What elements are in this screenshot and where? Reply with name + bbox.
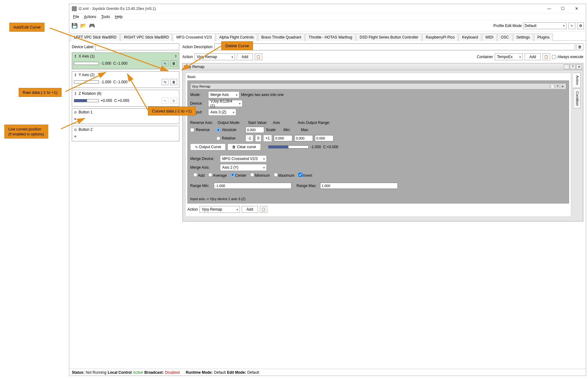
device-label-input[interactable] <box>95 43 179 50</box>
local-control-value: Active <box>133 370 143 375</box>
close-container-button[interactable]: ✕ <box>576 64 582 69</box>
reverse-checkbox-label[interactable]: Reverse <box>190 128 214 132</box>
profile-mode-select[interactable]: Default <box>523 22 567 29</box>
annotation-raw-data: Raw data (-1 to +1) <box>19 88 62 97</box>
op-center-radio[interactable]: Center <box>231 173 246 178</box>
gamepad-icon[interactable]: 🎮 <box>89 22 95 29</box>
annotation-live-l2: (if enabled in options) <box>8 132 44 136</box>
action-select[interactable]: Vjoy Remap <box>195 53 235 60</box>
axis-raw-value: -1.000 C:-1.000 <box>101 61 127 66</box>
tab-settings[interactable]: Settings <box>513 34 533 41</box>
paste-action-button[interactable]: 📋 <box>255 53 262 60</box>
settings-gear-icon[interactable]: ⚙ <box>577 22 584 29</box>
container-select[interactable]: TempoEx <box>495 53 523 60</box>
sidetab-condition[interactable]: Condition <box>573 89 581 108</box>
menu-tools[interactable]: Tools <box>99 14 113 20</box>
menu-file[interactable]: File <box>71 14 81 20</box>
minus1-button[interactable]: -1 <box>246 135 253 142</box>
tab-osc[interactable]: OSC <box>498 34 512 41</box>
op-average-radio[interactable]: Average <box>208 173 227 178</box>
axis-bar <box>74 99 99 102</box>
reverse-checkbox[interactable] <box>190 128 194 132</box>
menu-actions[interactable]: Actions <box>81 14 99 20</box>
plus1-button[interactable]: +1 <box>263 135 272 142</box>
export-icon[interactable]: ⇪ <box>174 54 177 58</box>
range-max-input[interactable] <box>320 183 398 189</box>
close-action-button[interactable]: ✕ <box>560 85 565 88</box>
status-label: Status: <box>72 370 85 375</box>
relative-radio[interactable] <box>216 136 220 140</box>
op-maximum-radio[interactable]: Maximum <box>274 173 295 178</box>
inner-action-select[interactable]: Vjoy Remap <box>200 206 240 213</box>
add-action-button[interactable]: Add <box>237 53 253 60</box>
axis-icon: ↥ <box>74 54 77 58</box>
tab-midi[interactable]: MIDI <box>482 34 497 41</box>
max-input[interactable] <box>315 135 333 141</box>
merge-device-label: Merge Device: <box>190 157 218 161</box>
zero-button[interactable]: 0 <box>255 135 262 142</box>
scale-label: Scale: <box>266 128 282 132</box>
start-value-input[interactable] <box>246 127 264 133</box>
curve-edit-button[interactable]: ∿ <box>162 98 168 104</box>
always-execute-checkbox[interactable] <box>552 55 556 59</box>
tab-plugins[interactable]: Plugins <box>534 34 553 41</box>
container-title: Vjoy Remap <box>184 65 563 69</box>
titlebar: t2.xml - Joystick Gremlin Ex 13.40.15ex … <box>69 4 586 13</box>
help-container-button[interactable]: ? <box>570 64 576 69</box>
curve-edit-button[interactable]: ∿ <box>162 79 168 85</box>
curve-edit-button[interactable]: ∿ <box>162 60 168 66</box>
mode-select[interactable]: Merge Axis <box>208 91 239 98</box>
profile-edit-mode-label: Profile Edit Mode <box>494 24 522 28</box>
close-button[interactable]: ✕ <box>570 4 583 13</box>
clear-curve-button[interactable]: 🗑Clear curve <box>227 144 260 150</box>
range-min-input[interactable] <box>214 183 292 189</box>
scale-input[interactable] <box>274 135 292 141</box>
tab-pico[interactable]: RaspberryPi Pico <box>422 34 458 41</box>
paste-container-button[interactable]: 📋 <box>543 53 550 60</box>
axis-icon: ↥ <box>74 92 77 96</box>
op-invert-checkbox[interactable]: Invert <box>298 173 312 178</box>
add-container-button[interactable]: Add <box>525 53 540 60</box>
op-minimum-radio[interactable]: Minimum <box>250 173 270 178</box>
save-icon[interactable]: 💾 <box>71 22 78 29</box>
input-y-axis: ↥ Y Axis (2) -1.000 C:-1.000 ∿ 🗑 <box>72 71 179 88</box>
tab-dsd[interactable]: DSD Flight Series Button Controller <box>356 34 422 41</box>
action-panel-title: Vjoy Remap <box>192 84 550 88</box>
merge-axis-select[interactable]: Axis 2 (Y) <box>220 164 267 171</box>
tab-mfg-crosswind[interactable]: MFG Crosswind V2/3 <box>173 34 215 41</box>
device-select[interactable]: VJoy 8/128/4 (1) <box>208 100 242 107</box>
action-desc-delete-button[interactable]: 🗑 <box>577 43 583 50</box>
open-icon[interactable]: 📂 <box>80 22 87 29</box>
absolute-radio[interactable] <box>216 128 220 132</box>
absolute-radio-label[interactable]: Absolute <box>216 128 244 132</box>
tab-bravo[interactable]: Bravo Throttle Quadrant <box>258 34 305 41</box>
inner-add-button[interactable]: Add <box>242 206 258 213</box>
help-action-button[interactable]: ? <box>555 85 560 88</box>
output-curve-button[interactable]: ∿Output Curve <box>190 144 226 150</box>
copy-action-button[interactable]: 📄 <box>550 85 555 88</box>
curve-delete-button[interactable]: 🗑 <box>170 60 177 66</box>
tab-left-vpc[interactable]: LEFT VPC Stick WarBRD <box>71 34 120 41</box>
inner-paste-button[interactable]: 📋 <box>260 206 267 213</box>
copy-container-button[interactable]: 📄 <box>564 64 569 69</box>
mode-tree-button[interactable]: ⤷ <box>568 22 575 29</box>
tab-right-vpc[interactable]: RIGHT VPC Stick WarBRD <box>121 34 172 41</box>
sidetab-action[interactable]: Action <box>573 73 581 88</box>
min-input[interactable] <box>294 135 313 141</box>
always-execute-label[interactable]: Always execute <box>552 55 583 59</box>
output-select[interactable]: Axis 3 (Z) <box>208 109 236 116</box>
maximize-button[interactable]: ☐ <box>556 4 570 13</box>
minimize-button[interactable]: — <box>542 4 556 13</box>
input-z-rotation: ↥ Z Rotation (6) +0.055 C:+0.055 ∿ 🗑 <box>72 90 179 107</box>
curve-delete-button[interactable]: 🗑 <box>170 98 177 104</box>
relative-radio-label[interactable]: Relative <box>216 136 244 140</box>
menu-help[interactable]: Help <box>113 14 125 20</box>
tab-warthog[interactable]: Throttle - HOTAS Warthog <box>305 34 356 41</box>
op-add-radio[interactable]: Add <box>193 173 204 178</box>
merge-device-select[interactable]: MFG Crosswind V2/3 <box>220 155 267 162</box>
curve-delete-button[interactable]: 🗑 <box>170 79 177 85</box>
tab-alpha[interactable]: Alpha Flight Controls <box>216 34 257 41</box>
action-desc-input[interactable] <box>214 43 575 50</box>
tab-keyboard[interactable]: Keyboard <box>459 34 481 41</box>
axis-values: +0.055 C:+0.055 <box>101 98 129 103</box>
